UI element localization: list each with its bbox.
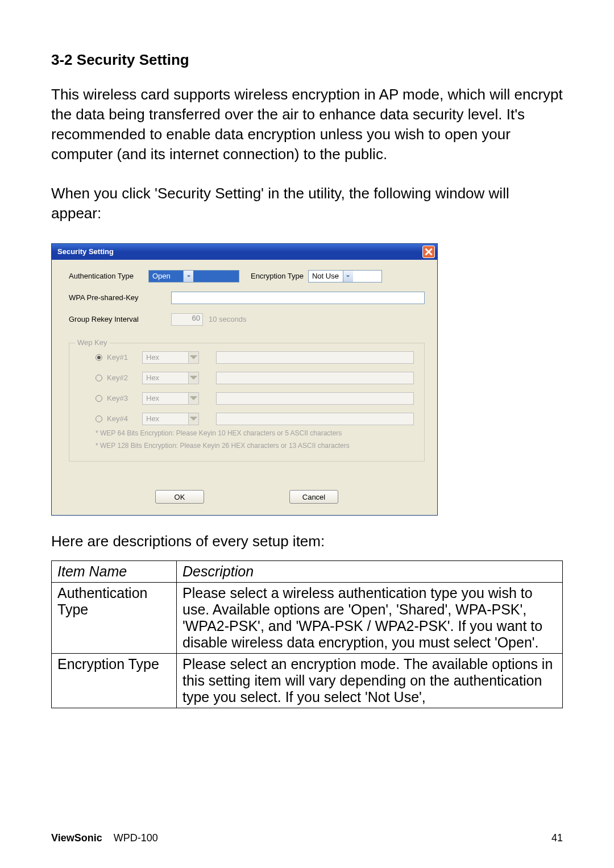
table-row: Authentication Type Please select a wire… (52, 583, 563, 654)
wep-note-2: * WEP 128 Bits Encryption: Please Keyin … (80, 441, 414, 451)
footer-brand: ViewSonic (51, 832, 102, 844)
enc-type-value: Not Use (309, 272, 343, 280)
chevron-down-icon (188, 413, 198, 425)
wep-key4-format[interactable]: Hex (142, 413, 199, 425)
rekey-unit: 10 seconds (209, 315, 247, 323)
radio-icon (96, 416, 102, 422)
wep-key4-radio[interactable]: Key#4 (80, 414, 142, 423)
dialog-title: Security Setting (57, 247, 114, 256)
wep-key-label: Key#2 (107, 373, 128, 382)
section-heading: 3-2 Security Setting (51, 51, 563, 69)
wpa-psk-label: WPA Pre-shared-Key (69, 293, 148, 302)
wpa-psk-input[interactable] (171, 292, 425, 304)
wep-key2-radio[interactable]: Key#2 (80, 373, 142, 382)
dialog-titlebar: Security Setting (52, 244, 437, 260)
enc-type-select[interactable]: Not Use (308, 270, 382, 283)
wep-key3-radio[interactable]: Key#3 (80, 394, 142, 402)
wep-row: Key#3 Hex (80, 392, 414, 405)
auth-type-select[interactable]: Open (148, 270, 239, 283)
table-cell-desc: Please select a wireless authentication … (177, 583, 563, 654)
wep-key2-format[interactable]: Hex (142, 372, 199, 384)
table-row: Encryption Type Please select an encrypt… (52, 654, 563, 708)
wep-key4-input[interactable] (216, 413, 414, 425)
table-intro: Here are descriptions of every setup ite… (51, 533, 563, 550)
table-cell-name: Authentication Type (52, 583, 177, 654)
description-table: Item Name Description Authentication Typ… (51, 560, 563, 708)
auth-type-value: Open (149, 272, 183, 280)
wep-format-value: Hex (143, 353, 188, 362)
wep-key2-input[interactable] (216, 372, 414, 384)
wep-key3-input[interactable] (216, 392, 414, 405)
wep-note-1: * WEP 64 Bits Encryption: Please Keyin 1… (80, 429, 414, 438)
wep-key1-input[interactable] (216, 351, 414, 364)
wep-legend: Wep Key (75, 338, 110, 347)
wep-format-value: Hex (143, 414, 188, 423)
chevron-down-icon (343, 271, 353, 282)
wep-key-label: Key#1 (107, 353, 128, 362)
page-footer: ViewSonic WPD-100 41 (51, 832, 563, 844)
wep-row: Key#2 Hex (80, 372, 414, 384)
close-icon (425, 248, 433, 256)
page-number: 41 (551, 832, 563, 844)
wep-key3-format[interactable]: Hex (142, 392, 199, 405)
cancel-button[interactable]: Cancel (289, 490, 338, 504)
close-button[interactable] (422, 246, 435, 258)
wep-row: Key#4 Hex (80, 413, 414, 425)
ok-button[interactable]: OK (155, 490, 204, 504)
security-setting-dialog: Security Setting Authentication Type Ope… (51, 243, 438, 516)
radio-icon (96, 354, 102, 361)
chevron-down-icon (188, 393, 198, 404)
auth-type-label: Authentication Type (69, 272, 148, 280)
intro-paragraph-1: This wireless card supports wireless enc… (51, 85, 563, 164)
table-cell-desc: Please select an encryption mode. The av… (177, 654, 563, 708)
wep-key1-radio[interactable]: Key#1 (80, 353, 142, 362)
chevron-down-icon (183, 271, 193, 282)
radio-icon (96, 375, 102, 381)
radio-icon (96, 395, 102, 402)
wep-key-group: Wep Key Key#1 Hex Key#2 (69, 343, 425, 462)
wep-format-value: Hex (143, 373, 188, 382)
dialog-screenshot: Security Setting Authentication Type Ope… (51, 243, 563, 516)
chevron-down-icon (188, 352, 198, 363)
wep-key-label: Key#4 (107, 414, 128, 423)
wep-format-value: Hex (143, 394, 188, 402)
table-cell-name: Encryption Type (52, 654, 177, 708)
footer-model: WPD-100 (114, 832, 158, 844)
wep-key1-format[interactable]: Hex (142, 351, 199, 364)
wep-row: Key#1 Hex (80, 351, 414, 364)
wep-key-label: Key#3 (107, 394, 128, 402)
table-header-item: Item Name (52, 561, 177, 583)
table-header-desc: Description (177, 561, 563, 583)
intro-paragraph-2: When you click 'Security Setting' in the… (51, 184, 563, 223)
rekey-label: Group Rekey Interval (69, 315, 148, 323)
enc-type-label: Encryption Type (251, 272, 304, 280)
chevron-down-icon (188, 372, 198, 384)
rekey-input[interactable]: 60 (171, 313, 203, 326)
